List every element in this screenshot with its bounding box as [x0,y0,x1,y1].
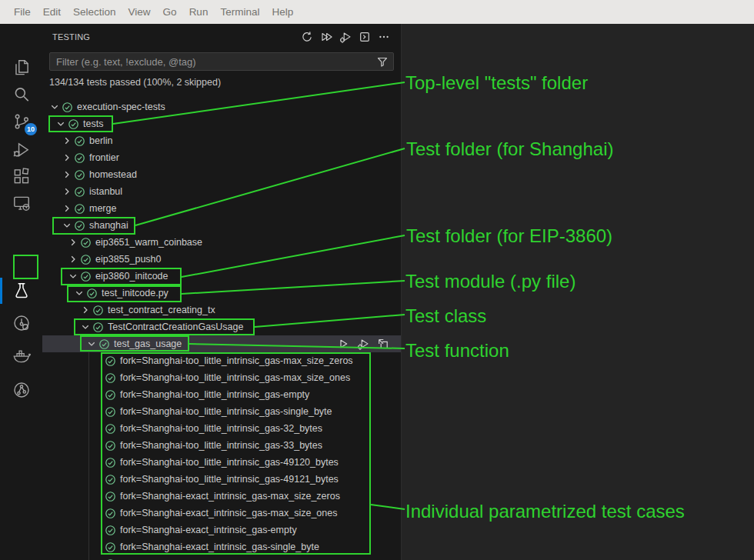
menu-edit[interactable]: Edit [37,6,67,18]
chevron-right-icon[interactable] [60,202,74,215]
test-tree-item[interactable]: fork=Shanghai-too_little_intrinsic_gas-e… [42,386,401,403]
test-item-label: fork=Shanghai-too_little_intrinsic_gas-m… [120,372,350,383]
test-tree-item[interactable]: execution-spec-tests [42,98,401,115]
menu-terminal[interactable]: Terminal [214,6,265,18]
test-tree-item[interactable]: fork=Shanghai-exact_intrinsic_gas-max_si… [42,488,401,505]
test-tree-item[interactable]: homestead [42,166,401,183]
activity-bar: 10 [0,24,42,560]
test-tree-item[interactable]: tests [42,115,401,132]
test-item-label: fork=Shanghai-too_little_intrinsic_gas-e… [120,389,309,400]
run-test-button[interactable] [337,338,349,350]
chevron-right-icon[interactable] [60,135,74,147]
test-tree-item[interactable]: fork=Shanghai-exact_intrinsic_gas-empty [42,522,401,538]
debug-all-tests-button[interactable] [339,30,352,44]
test-passed-icon [105,389,116,401]
test-tree-item[interactable]: fork=Shanghai-too_little_intrinsic_gas-m… [42,352,401,369]
test-passed-icon [92,305,104,316]
run-all-tests-button[interactable] [319,30,333,44]
test-tree-item[interactable]: eip3860_initcode [42,268,401,285]
go-to-test-button[interactable] [377,338,389,350]
test-item-label: shanghai [89,220,128,231]
remote-explorer-icon[interactable] [0,188,42,218]
test-tree-item[interactable]: test_gas_usage [42,335,401,352]
chevron-down-icon[interactable] [85,338,98,350]
menu-view[interactable]: View [122,6,157,18]
chevron-down-icon[interactable] [54,118,68,130]
test-tree-item[interactable]: fork=Shanghai-too_little_intrinsic_gas-3… [42,420,401,437]
chevron-right-icon[interactable] [66,236,80,248]
test-tree-item[interactable]: fork=Shanghai-too_little_intrinsic_gas-3… [42,437,401,454]
menu-selection[interactable]: Selection [67,6,122,18]
test-passed-icon [86,288,98,299]
test-tree-item[interactable]: istanbul [42,183,401,200]
test-passed-icon [80,271,92,282]
chevron-right-icon[interactable] [60,152,74,164]
open-testing-view-button[interactable] [358,30,372,44]
test-passed-icon [105,525,116,536]
explorer-icon[interactable] [0,52,42,83]
test-passed-icon [105,440,116,452]
test-item-label: fork=Shanghai-too_little_intrinsic_gas-s… [120,406,332,417]
debug-test-button[interactable] [357,338,369,350]
test-tree-item[interactable]: test_initcode.py [42,285,401,302]
test-passed-icon [74,169,85,181]
search-icon[interactable] [0,79,42,110]
gitlens-icon[interactable] [0,308,42,338]
chevron-right-icon[interactable] [78,304,92,316]
panel-toolbar [300,30,391,44]
test-tree-item[interactable]: merge [42,200,401,217]
test-passed-icon [74,203,85,215]
test-item-label: berlin [89,135,113,146]
test-item-label: fork=Shanghai-exact_intrinsic_gas-max_si… [120,491,340,502]
test-tree-item[interactable]: eip3855_push0 [42,251,401,268]
menu-help[interactable]: Help [265,6,299,18]
filter-icon[interactable] [376,55,389,68]
test-passed-icon [74,186,85,198]
chevron-right-icon[interactable] [60,168,74,181]
test-tree-item[interactable]: fork=Shanghai-too_little_intrinsic_gas-4… [42,454,401,471]
docker-icon[interactable] [0,340,42,371]
test-tree-item[interactable]: test_contract_creating_tx [42,302,401,318]
test-tree-item[interactable]: TestContractCreationGasUsage [42,318,401,335]
test-item-label: test_initcode.py [102,288,168,298]
test-tree-item[interactable]: shanghai [42,217,401,234]
source-control-icon[interactable]: 10 [0,106,42,137]
chevron-down-icon[interactable] [66,270,80,282]
test-tree-item[interactable]: fork=Shanghai-too_little_intrinsic_gas-s… [42,403,401,420]
test-passed-icon [74,135,85,147]
active-view-indicator [0,278,2,304]
test-tree-item[interactable]: frontier [42,149,401,166]
tree-indent-guide [88,352,89,560]
test-tree-item[interactable]: fork=Shanghai-exact_intrinsic_gas-single… [42,538,401,555]
test-tree-item[interactable]: fork=Shanghai-too_little_intrinsic_gas-4… [42,471,401,488]
test-tree-item[interactable]: berlin [42,132,401,149]
test-passed-icon [105,474,116,485]
test-tree-item[interactable]: fork=Shanghai-exact_intrinsic_gas-max_si… [42,505,401,522]
test-passed-icon [98,338,110,350]
test-tree-item[interactable]: fork=Shanghai-exact_intrinsic_gas-32_byt… [42,555,401,560]
test-passed-icon [105,491,116,502]
test-tree-item[interactable]: eip3651_warm_coinbase [42,234,401,251]
chevron-down-icon[interactable] [60,219,74,232]
chevron-down-icon[interactable] [48,101,62,113]
git-graph-icon[interactable] [0,375,42,405]
extensions-icon[interactable] [0,161,42,192]
chevron-down-icon[interactable] [78,321,92,333]
menu-file[interactable]: File [8,6,37,18]
chevron-down-icon[interactable] [72,287,86,299]
menu-bar: FileEditSelectionViewGoRunTerminalHelp [0,0,754,24]
test-passed-icon [105,372,116,384]
more-actions-button[interactable] [377,30,391,44]
test-passed-icon [105,355,116,367]
chevron-right-icon[interactable] [60,185,74,198]
chevron-right-icon[interactable] [66,253,80,265]
test-passed-icon [74,220,85,232]
refresh-tests-button[interactable] [300,30,314,44]
test-item-label: fork=Shanghai-exact_intrinsic_gas-max_si… [120,508,337,518]
test-filter-input[interactable] [55,55,376,68]
testing-icon[interactable] [0,275,42,306]
menu-run[interactable]: Run [183,6,215,18]
vscode-window: FileEditSelectionViewGoRunTerminalHelp 1… [0,0,754,560]
menu-go[interactable]: Go [157,6,183,18]
test-tree-item[interactable]: fork=Shanghai-too_little_intrinsic_gas-m… [42,369,401,386]
